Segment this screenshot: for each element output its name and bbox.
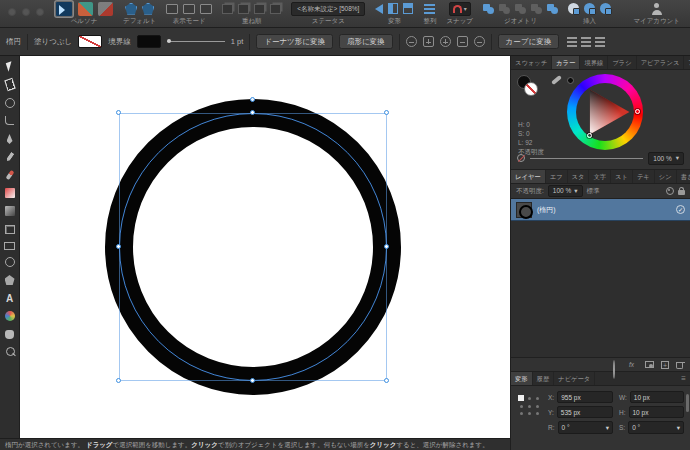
anchor-top-right[interactable] [536, 397, 539, 400]
anchor-bottom-center[interactable] [528, 412, 531, 415]
alignment-icon[interactable] [424, 4, 435, 14]
x-field[interactable]: 955 px [557, 391, 613, 403]
opacity-slider[interactable] [530, 158, 643, 159]
contour-tool[interactable] [5, 98, 15, 108]
fill-stroke-indicator[interactable] [517, 75, 543, 97]
tab-symbols[interactable]: シン [655, 170, 677, 183]
synchronize-defaults-icon[interactable] [125, 3, 137, 15]
eyedropper-icon[interactable] [551, 75, 562, 85]
insert-on-top-icon[interactable] [584, 3, 595, 14]
tab-stock[interactable]: スト [611, 170, 633, 183]
zoom-window-button[interactable] [36, 8, 44, 16]
transparency-tool[interactable] [5, 206, 15, 216]
vector-brush-tool[interactable] [4, 170, 16, 181]
layers-opacity-dropdown[interactable]: 100 % ▾ [548, 185, 583, 197]
handle-middle-right[interactable] [384, 244, 389, 249]
caret-down-icon[interactable]: ▾ [677, 424, 680, 432]
tab-navigator[interactable]: ナビゲータ [554, 372, 595, 385]
fill-color-circle[interactable] [524, 82, 538, 96]
handle-top-center[interactable] [250, 110, 255, 115]
move-forward-icon[interactable] [238, 4, 249, 14]
text-tool[interactable]: A [4, 293, 16, 304]
y-field[interactable]: 535 px [557, 406, 613, 418]
move-with-object-icon[interactable] [440, 36, 451, 47]
panel-menu-icon[interactable]: ≡ [677, 372, 690, 385]
export-persona-icon[interactable] [98, 2, 113, 16]
boolean-xor-icon[interactable] [531, 4, 542, 14]
anchor-point-selector[interactable] [517, 393, 541, 417]
zoom-to-selection-icon[interactable] [474, 36, 485, 47]
adjustment-icon[interactable] [613, 360, 615, 379]
pencil-tool[interactable] [4, 152, 16, 163]
boolean-intersect-icon[interactable] [515, 4, 526, 14]
color-picker-tool[interactable] [5, 311, 15, 321]
anchor-middle-center[interactable] [528, 405, 531, 408]
move-to-back-icon[interactable] [270, 4, 281, 14]
add-layer-icon[interactable]: + [661, 361, 669, 369]
align-left-icon[interactable] [567, 37, 577, 47]
fill-tool[interactable] [5, 188, 15, 198]
layer-effects-icon[interactable]: fx [629, 361, 638, 369]
anchor-bottom-left[interactable] [520, 412, 523, 415]
blend-mode-value[interactable]: 標準 [587, 187, 600, 196]
align-right-icon[interactable] [595, 37, 605, 47]
transform-origin-icon[interactable] [423, 36, 434, 47]
vector-crop-tool[interactable] [5, 225, 15, 234]
minimize-window-button[interactable] [22, 8, 30, 16]
tab-character[interactable]: 文字 [589, 170, 611, 183]
shape-tool[interactable] [5, 275, 15, 285]
node-tool[interactable] [4, 80, 16, 91]
layer-name[interactable]: (楕円) [537, 205, 671, 215]
hsl-color-wheel[interactable] [567, 74, 643, 150]
fill-swatch[interactable] [78, 35, 102, 48]
caret-down-icon[interactable]: ▾ [606, 424, 609, 432]
anchor-middle-right[interactable] [536, 405, 539, 408]
flip-vertical-icon[interactable] [403, 3, 413, 14]
w-field[interactable]: 10 px [630, 391, 684, 403]
convert-to-curves-button[interactable]: カーブに変換 [498, 34, 560, 49]
canvas[interactable] [20, 56, 510, 438]
insert-behind-icon[interactable] [568, 3, 579, 14]
snap-caret-icon[interactable]: ▾ [464, 5, 467, 12]
anchor-top-left[interactable] [518, 395, 524, 401]
designer-persona-icon[interactable] [55, 1, 73, 17]
pixel-persona-icon[interactable] [78, 2, 93, 16]
insert-inside-icon[interactable] [600, 3, 611, 14]
tab-stroke[interactable]: 境界線 [580, 56, 608, 69]
layer-visibility-check[interactable]: ✓ [676, 205, 685, 214]
delete-layer-icon[interactable] [676, 362, 683, 369]
path-node-top[interactable] [250, 97, 255, 102]
gear-icon[interactable] [666, 187, 674, 195]
retina-view-icon[interactable] [200, 4, 212, 14]
tab-color[interactable]: カラー [552, 56, 580, 69]
stroke-swatch[interactable] [137, 35, 161, 48]
opacity-value-box[interactable]: 100 % ▾ [648, 152, 684, 165]
anchor-top-center[interactable] [528, 397, 531, 400]
rotation-center-icon[interactable] [406, 36, 417, 47]
rotation-field[interactable]: 0 °▾ [558, 421, 614, 434]
pen-tool[interactable] [4, 134, 16, 145]
tab-history[interactable]: 履歴 [533, 372, 555, 385]
mask-layer-icon[interactable] [645, 361, 654, 368]
ellipse-tool[interactable] [5, 257, 15, 267]
handle-bottom-center[interactable] [250, 378, 255, 383]
snapping-toggle[interactable]: ▾ [449, 2, 471, 16]
pixel-view-icon[interactable] [183, 4, 195, 14]
recent-color-swatch[interactable] [567, 77, 574, 84]
convert-to-donut-button[interactable]: ドーナツ形に変換 [256, 34, 333, 49]
layer-row[interactable]: (楕円) ✓ [511, 199, 690, 221]
handle-bottom-left[interactable] [116, 378, 121, 383]
tab-effects[interactable]: エフ [546, 170, 568, 183]
tab-export[interactable]: 書き [677, 170, 690, 183]
tab-styles[interactable]: スタ [568, 170, 590, 183]
rectangle-tool[interactable] [4, 242, 15, 250]
handle-top-right[interactable] [384, 110, 389, 115]
stroke-width-slider[interactable] [167, 41, 225, 42]
handle-middle-left[interactable] [116, 244, 121, 249]
tab-transform[interactable]: 変形 [511, 372, 533, 385]
convert-to-pie-button[interactable]: 扇形に変換 [339, 34, 393, 49]
vector-view-icon[interactable] [166, 4, 178, 14]
move-backward-icon[interactable] [254, 4, 265, 14]
hue-selector[interactable] [635, 109, 640, 114]
tab-swatches[interactable]: スウォッチ [511, 56, 552, 69]
